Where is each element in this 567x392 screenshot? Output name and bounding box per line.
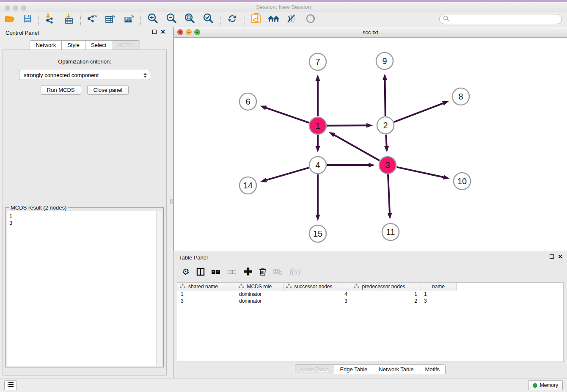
- function-builder-button[interactable]: f(x): [289, 267, 300, 277]
- task-history-button[interactable]: [4, 380, 17, 390]
- criterion-dropdown[interactable]: strongly connected component: [19, 70, 150, 80]
- result-scrollbar[interactable]: [156, 211, 162, 366]
- tab-network[interactable]: Network: [30, 40, 61, 50]
- table-row[interactable]: 1dominator411: [177, 291, 456, 298]
- tab-node-table[interactable]: Node Table: [295, 364, 334, 374]
- table-row[interactable]: 3dominator323: [177, 298, 456, 304]
- table-toolbar: ⚙ ✚ f(x): [177, 264, 564, 280]
- column-type-icon: [286, 284, 292, 290]
- column-header-successor-nodes[interactable]: successor nodes: [283, 283, 351, 291]
- node-15[interactable]: 15: [309, 225, 326, 242]
- run-mcds-button[interactable]: Run MCDS: [41, 85, 81, 95]
- toggle-visibility-button[interactable]: [284, 13, 299, 26]
- edge-3-1[interactable]: [334, 135, 380, 160]
- node-2[interactable]: 2: [377, 117, 394, 134]
- splitter-grip[interactable]: [170, 199, 173, 204]
- column-label: successor nodes: [295, 284, 333, 290]
- cell-name[interactable]: 3: [421, 298, 456, 304]
- delete-table-button[interactable]: [273, 267, 283, 277]
- node-4[interactable]: 4: [309, 157, 326, 174]
- node-3[interactable]: 3: [379, 157, 396, 174]
- show-view-button[interactable]: [303, 13, 318, 26]
- memory-status-icon: [533, 383, 537, 388]
- checked-box-icon: [212, 270, 215, 274]
- column-header-name[interactable]: name: [421, 283, 456, 291]
- open-session-button[interactable]: [3, 13, 17, 26]
- cell-shared-name[interactable]: 3: [177, 298, 236, 304]
- node-6[interactable]: 6: [239, 93, 256, 110]
- export-image-button[interactable]: [122, 13, 136, 26]
- unchecked-box-icon: [232, 270, 236, 274]
- cell-name[interactable]: 1: [421, 291, 456, 298]
- deselect-all-rows-button[interactable]: [228, 267, 237, 277]
- control-panel: Control Panel ✕ NetworkStyleSelectMCDS O…: [0, 27, 170, 378]
- network-window-title: scc.txt: [174, 29, 567, 36]
- zoom-out-button[interactable]: [164, 13, 179, 26]
- cell-predecessor-nodes[interactable]: 2: [351, 298, 421, 304]
- import-table-button[interactable]: [62, 13, 76, 26]
- column-manager-button[interactable]: [196, 267, 205, 277]
- node-10[interactable]: 10: [454, 173, 471, 190]
- cell-predecessor-nodes[interactable]: 1: [351, 291, 421, 298]
- column-header-MCDS-role[interactable]: MCDS role: [236, 283, 283, 291]
- import-network-button[interactable]: [42, 13, 57, 26]
- edge-1-2[interactable]: [327, 125, 366, 126]
- search-input[interactable]: [451, 16, 561, 22]
- export-network-button[interactable]: [85, 13, 99, 26]
- float-table-panel-icon[interactable]: [550, 254, 554, 259]
- node-14[interactable]: 14: [239, 177, 256, 194]
- close-panel-icon[interactable]: ✕: [160, 30, 165, 34]
- network-canvas[interactable]: 7968124314101511: [174, 38, 567, 251]
- node-11[interactable]: 11: [382, 224, 399, 240]
- cell-shared-name[interactable]: 1: [177, 291, 236, 298]
- float-panel-icon[interactable]: [152, 30, 157, 34]
- tab-motifs[interactable]: Motifs: [419, 364, 446, 374]
- edge-2-9[interactable]: [385, 80, 385, 116]
- zoom-fit-button[interactable]: [182, 13, 197, 26]
- edge-3-11[interactable]: [388, 174, 390, 213]
- cell-successor-nodes[interactable]: 4: [283, 291, 351, 298]
- close-table-panel-icon[interactable]: ✕: [558, 254, 563, 259]
- search-box[interactable]: [439, 14, 562, 24]
- table-settings-button[interactable]: ⚙: [182, 267, 190, 277]
- node-table[interactable]: shared nameMCDS rolesuccessor nodesprede…: [177, 282, 564, 362]
- edge-2-8[interactable]: [394, 103, 443, 122]
- network-window-titlebar[interactable]: ✕ − + scc.txt: [174, 27, 567, 38]
- cell-MCDS-role[interactable]: dominator: [236, 298, 283, 304]
- export-table-button[interactable]: [103, 13, 118, 26]
- network-graph[interactable]: 7968124314101511: [174, 38, 567, 251]
- home-button[interactable]: [267, 13, 281, 26]
- save-session-button[interactable]: [20, 13, 35, 26]
- clone-network-button[interactable]: [249, 13, 263, 26]
- tab-network-table[interactable]: Network Table: [373, 364, 419, 374]
- vertical-splitter[interactable]: [170, 27, 173, 378]
- close-panel-button[interactable]: Close panel: [87, 85, 129, 95]
- mcds-result-list[interactable]: 13: [7, 211, 156, 366]
- tab-mcds[interactable]: MCDS: [112, 40, 140, 50]
- memory-button[interactable]: Memory: [528, 380, 563, 390]
- delete-column-button[interactable]: [259, 267, 267, 277]
- add-column-button[interactable]: ✚: [244, 267, 252, 277]
- edge-2-3[interactable]: [386, 135, 386, 146]
- hidden-eye-icon: [286, 14, 297, 25]
- tab-select[interactable]: Select: [85, 40, 112, 50]
- node-1[interactable]: 1: [309, 117, 326, 134]
- select-all-rows-button[interactable]: [212, 267, 221, 277]
- cell-MCDS-role[interactable]: dominator: [236, 291, 283, 298]
- arrowhead-2-9: [383, 74, 387, 80]
- tab-style[interactable]: Style: [61, 40, 85, 50]
- zoom-in-button[interactable]: [146, 13, 160, 26]
- arrowhead-4-15: [316, 215, 320, 221]
- column-header-shared-name[interactable]: shared name: [177, 283, 236, 291]
- node-9[interactable]: 9: [376, 52, 393, 69]
- apply-layout-button[interactable]: [225, 13, 239, 26]
- node-7[interactable]: 7: [309, 53, 326, 70]
- node-8[interactable]: 8: [452, 88, 469, 105]
- edge-4-14[interactable]: [266, 168, 309, 180]
- tab-edge-table[interactable]: Edge Table: [334, 364, 373, 374]
- zoom-selected-button[interactable]: [201, 13, 215, 26]
- edge-1-6[interactable]: [266, 108, 309, 123]
- cell-successor-nodes[interactable]: 3: [283, 298, 351, 304]
- edge-3-10[interactable]: [397, 167, 444, 177]
- column-header-predecessor-nodes[interactable]: predecessor nodes: [351, 283, 421, 291]
